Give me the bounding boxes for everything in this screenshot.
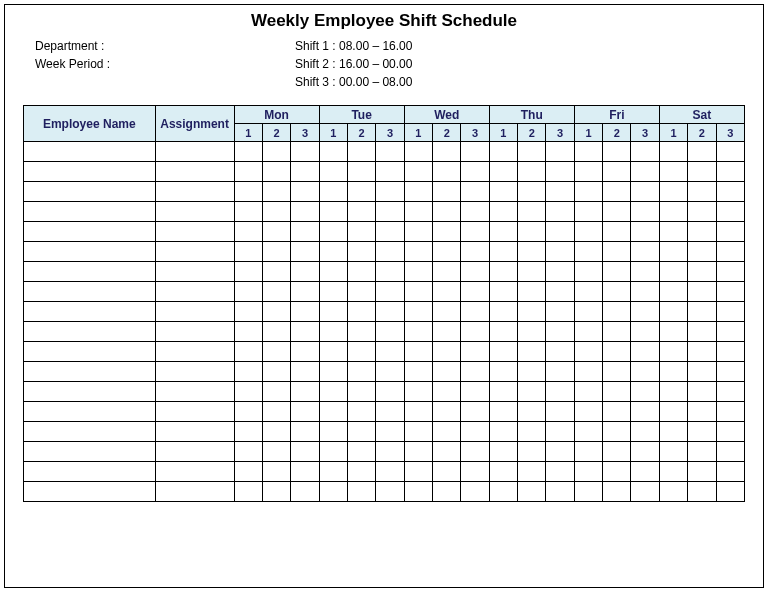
cell[interactable] [404,222,432,242]
cell[interactable] [546,442,574,462]
cell[interactable] [291,382,319,402]
cell[interactable] [376,442,404,462]
cell[interactable] [262,482,290,502]
cell[interactable] [518,422,546,442]
cell[interactable] [262,282,290,302]
cell[interactable] [489,402,517,422]
cell[interactable] [546,302,574,322]
cell[interactable] [518,182,546,202]
cell[interactable] [319,202,347,222]
cell[interactable] [716,202,744,222]
cell[interactable] [404,202,432,222]
cell[interactable] [262,262,290,282]
cell[interactable] [688,142,716,162]
cell[interactable] [376,302,404,322]
cell[interactable] [347,262,375,282]
cell[interactable] [603,162,631,182]
cell[interactable] [489,302,517,322]
cell[interactable] [376,202,404,222]
cell[interactable] [461,142,489,162]
cell[interactable] [24,362,156,382]
cell[interactable] [688,322,716,342]
cell[interactable] [489,342,517,362]
cell[interactable] [716,402,744,422]
cell[interactable] [631,322,659,342]
cell[interactable] [433,182,461,202]
cell[interactable] [461,442,489,462]
cell[interactable] [518,402,546,422]
cell[interactable] [234,302,262,322]
cell[interactable] [234,242,262,262]
cell[interactable] [603,142,631,162]
cell[interactable] [518,282,546,302]
cell[interactable] [155,482,234,502]
cell[interactable] [347,462,375,482]
cell[interactable] [404,322,432,342]
cell[interactable] [688,202,716,222]
cell[interactable] [234,322,262,342]
cell[interactable] [155,382,234,402]
cell[interactable] [404,182,432,202]
cell[interactable] [404,162,432,182]
cell[interactable] [433,142,461,162]
cell[interactable] [24,382,156,402]
cell[interactable] [234,422,262,442]
cell[interactable] [574,182,602,202]
cell[interactable] [433,362,461,382]
cell[interactable] [404,482,432,502]
cell[interactable] [489,182,517,202]
cell[interactable] [659,442,687,462]
cell[interactable] [574,282,602,302]
cell[interactable] [461,202,489,222]
cell[interactable] [319,322,347,342]
cell[interactable] [461,342,489,362]
cell[interactable] [234,222,262,242]
cell[interactable] [262,442,290,462]
cell[interactable] [347,182,375,202]
cell[interactable] [574,242,602,262]
cell[interactable] [155,282,234,302]
cell[interactable] [234,182,262,202]
cell[interactable] [489,422,517,442]
cell[interactable] [376,142,404,162]
cell[interactable] [376,342,404,362]
cell[interactable] [716,382,744,402]
cell[interactable] [489,162,517,182]
cell[interactable] [404,342,432,362]
cell[interactable] [433,482,461,502]
cell[interactable] [603,222,631,242]
cell[interactable] [489,362,517,382]
cell[interactable] [319,282,347,302]
cell[interactable] [347,282,375,302]
cell[interactable] [574,142,602,162]
cell[interactable] [716,222,744,242]
cell[interactable] [546,462,574,482]
cell[interactable] [688,242,716,262]
cell[interactable] [461,222,489,242]
cell[interactable] [631,482,659,502]
cell[interactable] [291,202,319,222]
cell[interactable] [603,462,631,482]
cell[interactable] [489,242,517,262]
cell[interactable] [603,442,631,462]
cell[interactable] [688,182,716,202]
cell[interactable] [546,342,574,362]
cell[interactable] [688,302,716,322]
cell[interactable] [319,162,347,182]
cell[interactable] [291,182,319,202]
cell[interactable] [433,222,461,242]
cell[interactable] [631,142,659,162]
cell[interactable] [155,182,234,202]
cell[interactable] [155,162,234,182]
cell[interactable] [404,402,432,422]
cell[interactable] [716,302,744,322]
cell[interactable] [659,182,687,202]
cell[interactable] [347,442,375,462]
cell[interactable] [155,362,234,382]
cell[interactable] [404,462,432,482]
cell[interactable] [574,422,602,442]
cell[interactable] [518,462,546,482]
cell[interactable] [659,402,687,422]
cell[interactable] [262,142,290,162]
cell[interactable] [433,402,461,422]
